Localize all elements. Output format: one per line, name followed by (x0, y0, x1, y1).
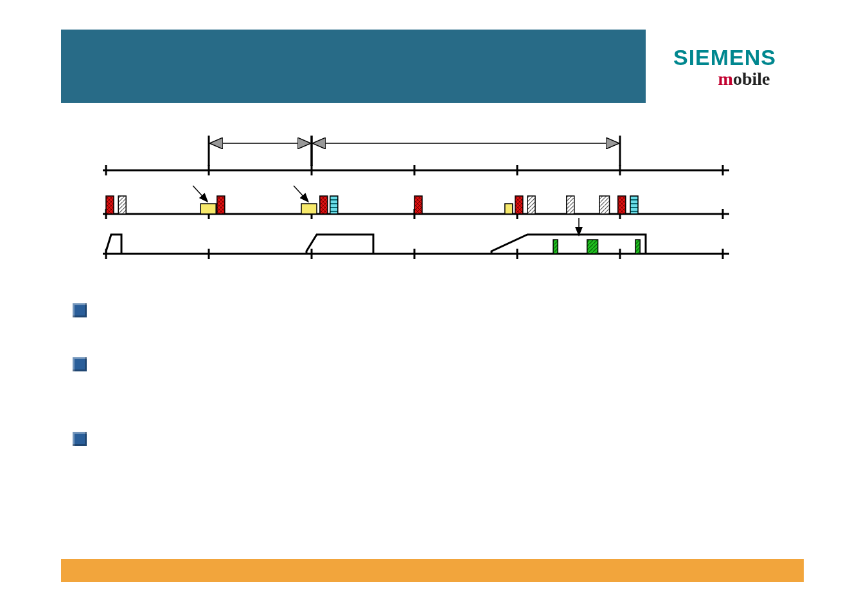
svg-rect-42 (106, 196, 114, 214)
logo-box: SIEMENS mobile (646, 30, 804, 103)
bullet-2 (73, 357, 87, 371)
svg-rect-52 (527, 196, 535, 214)
svg-line-58 (294, 186, 308, 201)
svg-rect-48 (330, 196, 338, 214)
svg-rect-43 (118, 196, 126, 214)
logo-siemens: SIEMENS (646, 45, 804, 70)
svg-rect-45 (217, 196, 225, 214)
svg-rect-50 (505, 204, 513, 214)
svg-rect-55 (618, 196, 626, 214)
bullet-3 (73, 432, 87, 446)
footer-bar (61, 559, 804, 582)
svg-rect-56 (630, 196, 638, 214)
bullet-1 (73, 303, 87, 317)
timing-diagram (61, 109, 804, 276)
svg-rect-54 (599, 196, 610, 214)
svg-rect-51 (515, 196, 523, 214)
svg-rect-61 (635, 240, 640, 254)
svg-rect-59 (553, 240, 558, 254)
svg-rect-53 (567, 196, 574, 214)
svg-rect-49 (414, 196, 422, 214)
svg-rect-60 (587, 240, 598, 254)
svg-rect-46 (301, 204, 317, 214)
svg-rect-47 (320, 196, 328, 214)
svg-line-57 (193, 186, 207, 201)
slide: SIEMENS mobile (0, 0, 868, 613)
svg-rect-44 (200, 204, 216, 214)
logo-mobile: mobile (646, 69, 804, 89)
